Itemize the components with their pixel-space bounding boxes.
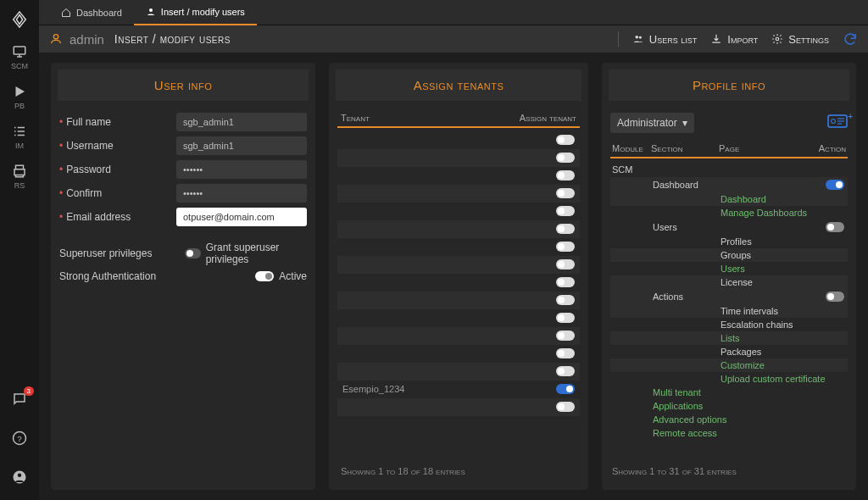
profile-page: Upload custom certificate (721, 374, 844, 384)
sidebar-label: RS (14, 181, 25, 190)
panel-title: Profile info (609, 69, 849, 101)
tenant-toggle[interactable] (556, 188, 575, 198)
profile-page: Users (721, 264, 844, 274)
sidebar-item-im[interactable]: IM (12, 124, 27, 150)
col-tenant: Tenant (341, 113, 370, 123)
user-circle-icon (12, 469, 27, 485)
import-icon (710, 33, 722, 45)
tenant-toggle[interactable] (556, 206, 575, 216)
sidebar-help[interactable]: ? (12, 431, 27, 446)
profile-page: Manage Dashboards (721, 208, 844, 218)
chevron-down-icon: ▾ (682, 117, 687, 129)
col-assign: Assign tenant (520, 113, 576, 123)
tenant-toggle[interactable] (556, 384, 575, 394)
profile-module: SCM (610, 162, 848, 177)
tenant-toggle[interactable] (556, 348, 575, 358)
svg-point-6 (53, 35, 58, 39)
tab-insert-modify-users[interactable]: Insert / modify users (134, 0, 257, 25)
sidebar-item-scm[interactable]: SCM (11, 44, 28, 70)
svg-point-7 (635, 36, 638, 39)
svg-point-9 (776, 37, 780, 41)
profile-section: Dashboard (653, 180, 826, 190)
profile-page: Dashboard (721, 194, 844, 204)
profile-section-toggle[interactable] (826, 222, 844, 232)
tenant-toggle[interactable] (556, 153, 575, 163)
tenant-toggle[interactable] (556, 402, 575, 412)
username-label: •Username (59, 140, 176, 152)
profile-section-row: Users (610, 219, 848, 235)
sidebar-item-rs[interactable]: RS (12, 164, 27, 190)
settings-button[interactable]: Settings (771, 33, 829, 46)
tenant-toggle[interactable] (556, 259, 575, 269)
profile-page-row: Escalation chains (610, 318, 848, 331)
sidebar-account[interactable] (12, 469, 27, 485)
tenant-row (337, 185, 580, 203)
profile-page-row: License (610, 275, 848, 289)
divider (618, 31, 619, 47)
email-input[interactable] (176, 208, 307, 226)
tab-dashboard[interactable]: Dashboard (49, 0, 134, 25)
profile-additional: Multi tenant (649, 386, 848, 399)
tenant-row (337, 238, 580, 256)
refresh-button[interactable] (843, 31, 858, 47)
page-header: admin Insert / modify users Users list I… (39, 25, 868, 53)
profile-page: Time intervals (721, 306, 844, 316)
tab-label: Insert / modify users (161, 7, 245, 17)
col-section: Section (651, 143, 719, 153)
profile-tree: SCMDashboardDashboardManage DashboardsUs… (610, 162, 848, 461)
profile-section-toggle[interactable] (826, 292, 844, 302)
confirm-label: •Confirm (59, 187, 176, 199)
profile-page-row: Groups (610, 248, 848, 262)
superuser-toggle[interactable] (185, 248, 201, 258)
tenant-row (337, 167, 580, 185)
panel-profile-info: Profile info Administrator ▾ + Module (602, 63, 856, 490)
col-action: Action (809, 143, 846, 153)
tenant-toggle[interactable] (556, 277, 575, 287)
content: User info •Full name •Username •Password (39, 53, 868, 500)
tenant-row (337, 203, 580, 220)
tab-bar: Dashboard Insert / modify users (39, 0, 868, 25)
chat-badge: 3 (24, 386, 34, 396)
user-icon (146, 7, 156, 17)
svg-point-11 (832, 119, 836, 124)
profile-table-head: Module Section Page Action (610, 142, 848, 158)
users-list-button[interactable]: Users list (632, 33, 698, 46)
fullname-input[interactable] (176, 113, 307, 131)
svg-point-5 (149, 8, 153, 12)
sidebar-item-pb[interactable]: PB (12, 84, 27, 110)
tenant-toggle[interactable] (556, 170, 575, 181)
tenant-toggle[interactable] (556, 366, 575, 376)
tenant-toggle[interactable] (556, 331, 575, 341)
password-input[interactable] (176, 160, 307, 179)
main: Dashboard Insert / modify users admin In… (39, 0, 868, 500)
svg-rect-0 (14, 47, 25, 54)
import-button[interactable]: Import (710, 33, 758, 46)
tenant-toggle[interactable] (556, 313, 575, 323)
add-profile-button[interactable]: + (827, 114, 848, 131)
profile-page-row: Manage Dashboards (610, 206, 848, 219)
profile-page-row: Lists (610, 331, 848, 345)
header-username: admin (70, 32, 104, 47)
strongauth-toggle[interactable] (255, 271, 274, 281)
profile-page-row: Users (610, 262, 848, 275)
profile-page: Customize (721, 360, 844, 370)
tenant-toggle[interactable] (556, 242, 575, 252)
toggle-label: Active (279, 270, 307, 282)
username-input[interactable] (176, 136, 307, 155)
profile-selector[interactable]: Administrator ▾ (610, 113, 694, 133)
sidebar-chat[interactable]: 3 (12, 392, 27, 407)
tenant-toggle[interactable] (556, 224, 575, 234)
panel-assign-tenants: Assign tenants Tenant Assign tenant Esem… (329, 63, 588, 490)
monitor-icon (12, 44, 27, 59)
profile-page-row: Customize (610, 358, 848, 372)
profile-section-toggle[interactable] (826, 180, 844, 190)
tenant-name: Esempio_1234 (342, 384, 404, 394)
panel-title: Assign tenants (336, 69, 581, 101)
profile-page: License (721, 277, 844, 287)
tenant-toggle[interactable] (556, 135, 575, 145)
button-label: Settings (788, 33, 829, 46)
home-icon (61, 8, 71, 18)
confirm-input[interactable] (176, 184, 307, 203)
profile-footer: Showing 1 to 31 of 31 entries (610, 461, 848, 481)
tenant-toggle[interactable] (556, 295, 575, 305)
